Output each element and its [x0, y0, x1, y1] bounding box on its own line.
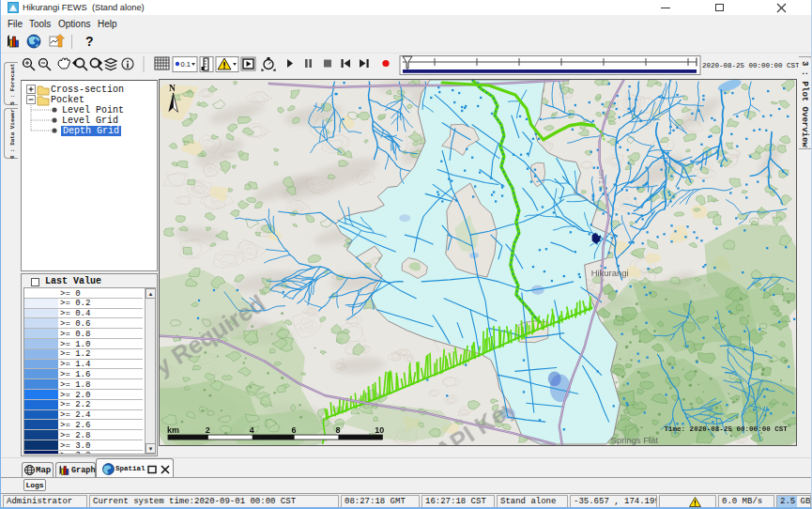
- svg-text:8: 8: [335, 425, 340, 435]
- svg-text:2020-08-25 00:00:00 CST: 2020-08-25 00:00:00 CST: [702, 62, 800, 69]
- svg-text:Springs Flat: Springs Flat: [611, 435, 659, 445]
- svg-text:6: 6: [292, 425, 297, 435]
- svg-text:SH 1: SH 1: [598, 170, 605, 185]
- svg-text:10: 10: [375, 425, 384, 435]
- svg-text:5 : Forecast: 5 : Forecast: [9, 63, 16, 105]
- svg-text:Hikurangi: Hikurangi: [591, 268, 629, 278]
- svg-text:4: 4: [250, 425, 254, 435]
- svg-text:2: 2: [206, 425, 210, 435]
- svg-text:0.1: 0.1: [181, 60, 191, 69]
- svg-text:3 : Plot Overview: 3 : Plot Overview: [800, 61, 809, 147]
- svg-text:km: km: [167, 425, 179, 435]
- svg-text:Time: 2020-08-25 00:00:00 CST: Time: 2020-08-25 00:00:00 CST: [664, 425, 788, 433]
- svg-text:6 : Data Viewer: 6 : Data Viewer: [9, 109, 16, 159]
- svg-text:N: N: [169, 84, 176, 93]
